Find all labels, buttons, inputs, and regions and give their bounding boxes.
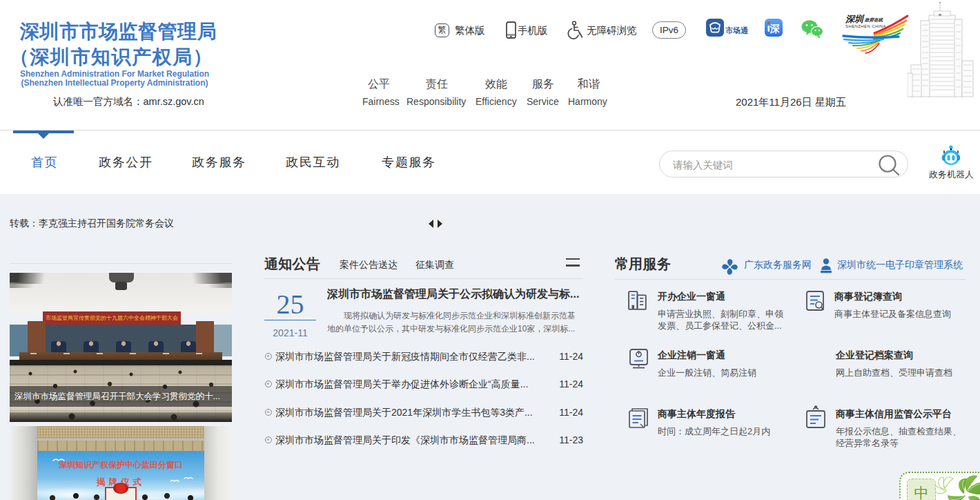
svg-text:政府在线: 政府在线 bbox=[864, 17, 883, 23]
svg-text:深: 深 bbox=[770, 23, 781, 34]
svg-text:深圳: 深圳 bbox=[845, 14, 865, 24]
svg-text:SHENZHEN CHINA: SHENZHEN CHINA bbox=[845, 24, 886, 28]
